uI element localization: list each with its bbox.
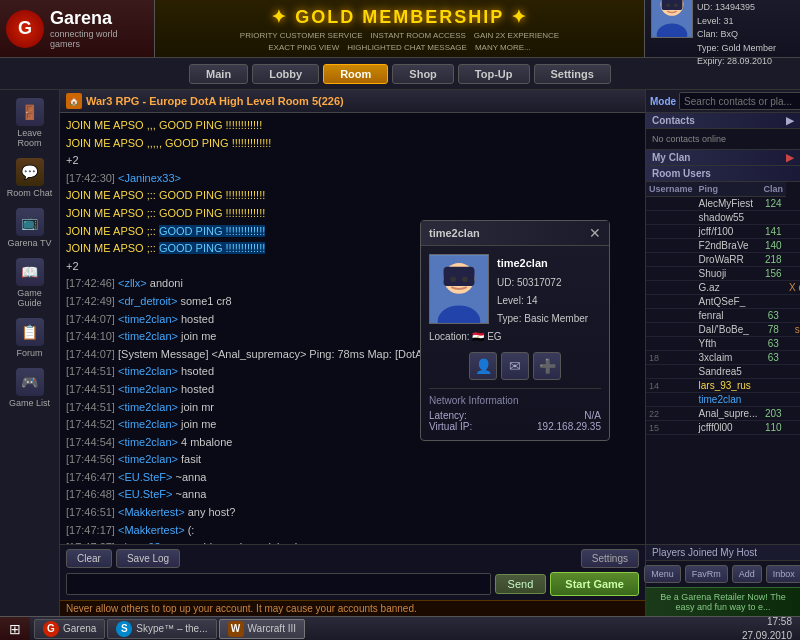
profile-popup: time2clan ✕ time2clan UD: 50317072 Level… [420, 220, 610, 441]
svg-point-10 [450, 276, 456, 282]
table-row[interactable]: 22 Anal_supre... 203 [646, 407, 800, 421]
sidebar-item-room-chat[interactable]: 💬 Room Chat [3, 154, 57, 202]
sidebar-label-leave: Leave Room [5, 128, 55, 148]
user-clan [786, 379, 800, 393]
table-row[interactable]: AntQSeF_ X [646, 295, 800, 309]
logo-text: Garena connecting world gamers [50, 8, 148, 49]
table-row[interactable]: DroWaRR 218 [646, 253, 800, 267]
taskbar-skype[interactable]: S Skype™ – the... [107, 619, 216, 639]
search-input[interactable] [679, 92, 800, 110]
user-avatar [651, 0, 693, 38]
send-button[interactable]: Send [495, 574, 547, 594]
favrm-button[interactable]: FavRm [685, 565, 728, 583]
game-guide-icon: 📖 [16, 258, 44, 286]
table-row[interactable]: Yfth 63 [646, 337, 800, 351]
user-clan [786, 421, 800, 435]
clear-button[interactable]: Clear [66, 549, 112, 568]
table-row[interactable]: jcff/f100 141 [646, 225, 800, 239]
gold-feature-6: MANY MORE... [475, 43, 531, 52]
contacts-expand-icon: ▶ [786, 115, 794, 126]
contacts-header: Contacts ▶ [646, 113, 800, 129]
nav-topup[interactable]: Top-Up [458, 64, 530, 84]
user-name: Yfth [696, 337, 761, 351]
sidebar-item-forum[interactable]: 📋 Forum [3, 314, 57, 362]
add-button[interactable]: Add [732, 565, 762, 583]
user-clan [786, 351, 800, 365]
table-row[interactable]: Sandrea5 X [646, 365, 800, 379]
user-name: 3xclaim [696, 351, 761, 365]
user-type: Type: Gold Member [697, 42, 776, 56]
user-ping [760, 379, 786, 393]
garena-logo-icon: G [6, 10, 44, 48]
pp-action-2[interactable]: ✉ [501, 352, 529, 380]
user-num [646, 253, 696, 267]
skype-tb-label: Skype™ – the... [136, 623, 207, 634]
user-name: shadow55 [696, 211, 761, 225]
user-clan [786, 225, 800, 239]
taskbar-warcraft[interactable]: W Warcraft III [219, 619, 306, 639]
gold-features: PRIORITY CUSTOMER SERVICE INSTANT ROOM A… [240, 31, 559, 40]
pp-close-button[interactable]: ✕ [589, 225, 601, 241]
sidebar-item-garena-tv[interactable]: 📺 Garena TV [3, 204, 57, 252]
sidebar-item-leave-room[interactable]: 🚪 Leave Room [3, 94, 57, 152]
nav-lobby[interactable]: Lobby [252, 64, 319, 84]
save-log-button[interactable]: Save Log [116, 549, 180, 568]
nav-settings[interactable]: Settings [534, 64, 611, 84]
table-row[interactable]: G.az X derp [646, 281, 800, 295]
table-row[interactable]: Shuoji 156 [646, 267, 800, 281]
garena-tb-icon: G [43, 621, 59, 637]
sidebar-label-forum: Forum [16, 348, 42, 358]
nav-shop[interactable]: Shop [392, 64, 454, 84]
chat-input[interactable] [66, 573, 491, 595]
brand-name: Garena [50, 8, 148, 29]
table-row[interactable]: shadow55 X [646, 211, 800, 225]
user-num [646, 211, 696, 225]
table-row[interactable]: fenral 63 [646, 309, 800, 323]
taskbar-garena[interactable]: G Garena [34, 619, 105, 639]
gold-features-2: EXACT PING VIEW HIGHLIGHTED CHAT MESSAGE… [268, 43, 531, 52]
sidebar-item-game-list[interactable]: 🎮 Game List [3, 364, 57, 412]
nav-room[interactable]: Room [323, 64, 388, 84]
room-icon: 🏠 [66, 93, 82, 109]
user-name: jcff/f100 [696, 225, 761, 239]
user-name: F2ndBraVe [696, 239, 761, 253]
sidebar-item-game-guide[interactable]: 📖 Game Guide [3, 254, 57, 312]
start-button[interactable]: ⊞ [0, 617, 30, 641]
players-joined: Players Joined My Host Menu FavRm Add In… [646, 544, 800, 587]
user-num [646, 267, 696, 281]
menu-button[interactable]: Menu [644, 565, 681, 583]
user-clan: X [786, 211, 800, 225]
inbox-button[interactable]: Inbox [766, 565, 800, 583]
table-row[interactable]: 18 3xclaim 63 [646, 351, 800, 365]
contact-item: No contacts online [650, 133, 796, 145]
user-num [646, 337, 696, 351]
user-clan: Clan: BxQ [697, 28, 776, 42]
table-row[interactable]: 15 jcfff0l00 110 [646, 421, 800, 435]
user-ping: 78 [760, 323, 786, 337]
table-row[interactable]: time2clan X [646, 393, 800, 407]
table-row[interactable]: AlecMyFiest 124 [646, 197, 800, 211]
user-num [646, 225, 696, 239]
table-header: Username Ping Clan [646, 182, 800, 197]
room-users-header: Room Users [646, 166, 800, 182]
user-name: lars_93_rus [696, 379, 761, 393]
warcraft-tb-label: Warcraft III [248, 623, 297, 634]
user-num [646, 295, 696, 309]
taskbar-clock: 17:58 27.09.2010 [734, 615, 800, 641]
table-row[interactable]: 14 lars_93_rus [646, 379, 800, 393]
sidebar-label-chat: Room Chat [7, 188, 53, 198]
user-clan [786, 197, 800, 211]
user-clan [786, 309, 800, 323]
gold-feature-1: PRIORITY CUSTOMER SERVICE [240, 31, 363, 40]
nav-main[interactable]: Main [189, 64, 248, 84]
left-sidebar: 🚪 Leave Room 💬 Room Chat 📺 Garena TV 📖 G… [0, 90, 60, 616]
start-game-button[interactable]: Start Game [550, 572, 639, 596]
table-row[interactable]: DaI/'BoBe_ 78 saN [646, 323, 800, 337]
chat-message: [17:42:30] <Janinex33> [66, 170, 639, 188]
user-ping: 124 [760, 197, 786, 211]
pp-action-3[interactable]: ➕ [533, 352, 561, 380]
pp-action-1[interactable]: 👤 [469, 352, 497, 380]
table-row[interactable]: F2ndBraVe 140 [646, 239, 800, 253]
col-clan: Clan [760, 182, 786, 197]
settings-button[interactable]: Settings [581, 549, 639, 568]
